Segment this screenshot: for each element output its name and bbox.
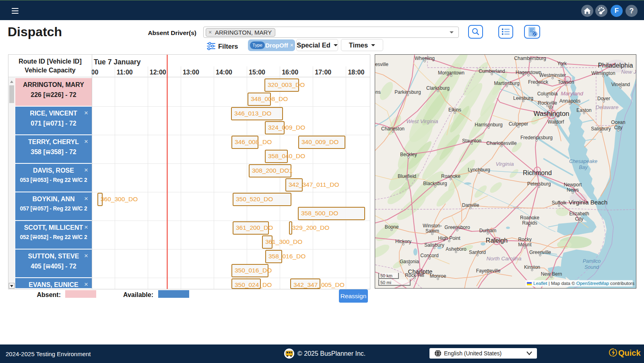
svg-text:Lynchburg: Lynchburg	[468, 167, 490, 173]
svg-text:Westminster: Westminster	[539, 72, 566, 78]
svg-text:Vineland: Vineland	[611, 82, 630, 87]
svg-text:Greenville: Greenville	[529, 250, 551, 255]
svg-text:Petersburg: Petersburg	[527, 181, 551, 187]
svg-text:Ocean: Ocean	[611, 120, 625, 125]
svg-text:Clarksburg: Clarksburg	[426, 85, 450, 91]
svg-text:Charleston: Charleston	[381, 126, 405, 132]
svg-text:Morgantown: Morgantown	[438, 70, 464, 76]
svg-text:Elkins: Elkins	[448, 107, 461, 113]
svg-text:Durham: Durham	[479, 228, 497, 233]
svg-text:Rocky: Rocky	[518, 237, 531, 242]
svg-text:Delaware: Delaware	[595, 104, 618, 110]
svg-text:Parkersburg: Parkersburg	[394, 89, 421, 95]
svg-text:Culpeper: Culpeper	[509, 121, 528, 127]
svg-text:Danville: Danville	[462, 202, 479, 208]
svg-text:Harrisonburg: Harrisonburg	[475, 122, 502, 128]
svg-text:Gastonia: Gastonia	[400, 259, 419, 264]
svg-text:Roanoke: Roanoke	[441, 173, 460, 179]
svg-text:Kinston: Kinston	[524, 264, 540, 270]
svg-text:Hagerstown: Hagerstown	[516, 70, 541, 75]
svg-text:York: York	[557, 61, 567, 66]
svg-text:News: News	[567, 187, 579, 193]
svg-text:Fayetteville: Fayetteville	[476, 268, 501, 274]
svg-text:Newport: Newport	[564, 182, 582, 188]
svg-text:Rapids: Rapids	[522, 220, 537, 226]
svg-text:Winston-: Winston-	[423, 223, 442, 229]
svg-text:ens: ens	[375, 89, 381, 95]
svg-text:Mount: Mount	[518, 242, 532, 248]
svg-text:Virginia: Virginia	[496, 161, 514, 167]
svg-text:West Virginia: West Virginia	[406, 118, 438, 124]
svg-text:Sanford: Sanford	[469, 250, 486, 255]
svg-text:New Jer: New Jer	[621, 69, 636, 75]
svg-text:Frederick: Frederick	[528, 79, 549, 85]
svg-text:50 mi: 50 mi	[380, 280, 391, 285]
svg-text:City: City	[614, 125, 623, 130]
svg-text:Leaflet | Map data © OpenStree: Leaflet | Map data © OpenStreetMap contr…	[533, 281, 634, 286]
svg-text:Bay: Bay	[579, 165, 588, 170]
svg-text:Wilmington: Wilmington	[591, 70, 615, 76]
svg-text:Maryland: Maryland	[561, 91, 583, 97]
svg-text:City: City	[575, 216, 584, 222]
svg-text:Hickory: Hickory	[395, 239, 411, 244]
svg-text:Staunton: Staunton	[462, 138, 481, 144]
svg-text:Greensboro: Greensboro	[444, 225, 470, 230]
svg-text:Towson: Towson	[558, 79, 574, 85]
svg-text:Annapolis: Annapolis	[559, 98, 581, 104]
svg-text:Chambersburg: Chambersburg	[514, 56, 546, 61]
svg-text:Rockville: Rockville	[538, 100, 557, 106]
svg-text:North Carolina: North Carolina	[486, 256, 522, 262]
svg-text:Charlottesville: Charlottesville	[486, 140, 517, 146]
svg-text:Salem: Salem	[425, 228, 439, 234]
svg-text:Pamlico: Pamlico	[583, 258, 601, 264]
svg-text:Wheeling: Wheeling	[415, 56, 435, 61]
svg-text:Concord: Concord	[420, 253, 438, 258]
svg-text:Beckley: Beckley	[400, 152, 417, 157]
svg-text:Philadelphia: Philadelphia	[598, 62, 633, 69]
svg-text:Cumberland: Cumberland	[479, 68, 505, 74]
svg-text:Dover: Dover	[597, 96, 610, 101]
svg-text:Martinsburg: Martinsburg	[494, 80, 519, 86]
svg-text:Bluefield: Bluefield	[398, 173, 416, 179]
svg-text:New Bern: New Bern	[541, 271, 562, 277]
svg-text:Boone: Boone	[385, 224, 399, 230]
svg-text:Charlotte: Charlotte	[408, 268, 433, 275]
svg-text:Leesburg: Leesburg	[513, 95, 533, 101]
svg-text:High Point: High Point	[438, 235, 460, 241]
svg-text:Blacksburg: Blacksburg	[423, 181, 447, 186]
svg-text:Elizabeth: Elizabeth	[569, 211, 589, 217]
svg-text:Waldorf: Waldorf	[548, 119, 565, 125]
svg-text:Salisbury: Salisbury	[591, 126, 611, 132]
svg-text:50 km: 50 km	[380, 273, 392, 278]
svg-text:Chesapeake: Chesapeake	[569, 159, 597, 164]
svg-text:nesville: nesville	[375, 62, 388, 67]
svg-text:Raleigh: Raleigh	[486, 237, 508, 244]
svg-text:Washington: Washington	[533, 110, 569, 118]
svg-text:Roanoke: Roanoke	[520, 215, 539, 221]
svg-text:Suffolk: Suffolk	[552, 200, 567, 206]
svg-text:Asheboro: Asheboro	[446, 246, 466, 252]
svg-text:Sound: Sound	[584, 264, 599, 270]
svg-text:Virginia Beach: Virginia Beach	[569, 199, 607, 206]
svg-text:Columbia: Columbia	[537, 91, 558, 97]
svg-text:Easton: Easton	[576, 107, 591, 113]
svg-text:Salisbury: Salisbury	[424, 242, 444, 248]
svg-text:Richmond: Richmond	[523, 169, 552, 176]
svg-text:Fredericksburg: Fredericksburg	[520, 135, 553, 140]
